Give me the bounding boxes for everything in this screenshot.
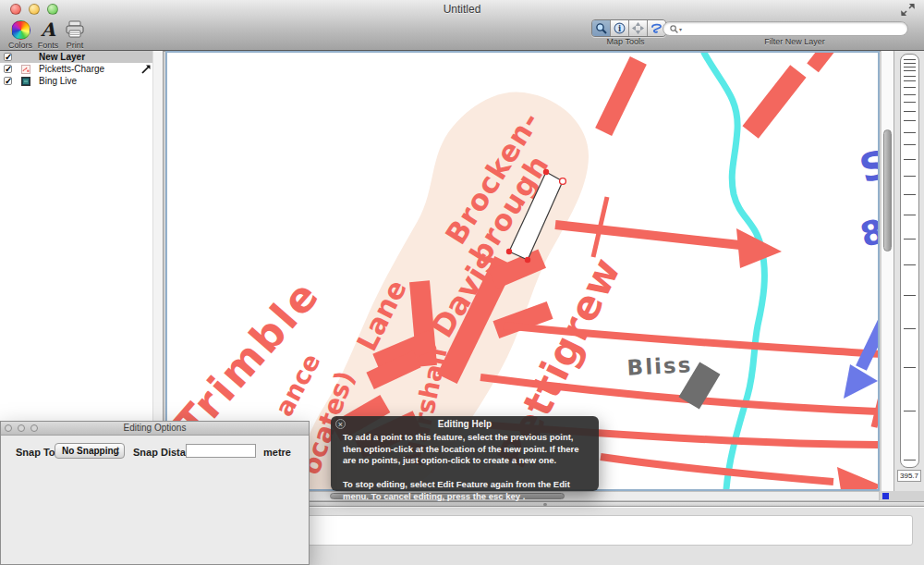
layer-label: Bing Live	[39, 76, 77, 86]
editing-options-titlebar[interactable]: Editing Options	[1, 422, 309, 436]
selection-resize-handle[interactable]	[882, 493, 889, 499]
search-icon	[670, 25, 678, 33]
fonts-icon: A	[41, 20, 55, 39]
unit-label: metre	[263, 447, 291, 458]
union-arrow	[844, 318, 878, 399]
info-icon: i	[614, 22, 626, 34]
satellite-layer-thumbnail-icon	[21, 77, 30, 86]
layer-label: Picketts-Charge	[39, 64, 104, 74]
color-wheel-icon	[11, 20, 30, 40]
print-label: Print	[61, 41, 89, 50]
colors-label: Colors	[4, 41, 37, 50]
advance-arrowhead-corner	[837, 467, 878, 489]
map-vertical-scrollbar[interactable]	[881, 51, 894, 491]
sidebar-item-picketts-charge[interactable]: ✓ Picketts-Charge	[0, 63, 163, 75]
filter-search-field[interactable]: ▾	[663, 21, 908, 36]
layer-checkbox[interactable]: ✓	[4, 77, 12, 85]
help-body-text: To add a point to this feature, select t…	[343, 432, 590, 502]
filter-field-label: Filter New Layer	[702, 37, 887, 46]
fonts-button[interactable]: A Fonts	[35, 19, 61, 50]
window-title: Untitled	[0, 3, 924, 16]
printer-icon	[65, 20, 85, 39]
search-input[interactable]	[682, 22, 907, 35]
splitter-grip-icon	[543, 503, 547, 506]
sidebar-item-new-layer[interactable]: ✓ New Layer	[0, 51, 163, 63]
zoom-tool-button[interactable]	[592, 20, 611, 36]
snap-to-value: No Snapping	[62, 446, 119, 456]
title-toolbar: Untitled Colors A Fonts Print	[0, 0, 924, 51]
pan-tool-button[interactable]	[629, 20, 648, 36]
external-link-arrow-icon[interactable]	[140, 64, 152, 75]
snap-distance-input[interactable]	[186, 444, 256, 458]
map-label-blue-s: S	[855, 141, 878, 191]
layer-label: New Layer	[39, 52, 85, 62]
move-arrows-icon	[632, 22, 644, 34]
selected-vertex	[560, 178, 566, 185]
colors-button[interactable]: Colors	[4, 19, 37, 50]
expand-icon[interactable]	[901, 4, 915, 16]
map-tools-segmented-control: i	[591, 19, 666, 37]
help-title: Editing Help	[331, 419, 599, 429]
lasso-icon	[650, 22, 663, 34]
snap-to-popup[interactable]: No Snapping ▲▼	[55, 443, 125, 459]
editing-help-panel: × Editing Help To add a point to this fe…	[331, 416, 599, 491]
magnifier-icon	[595, 22, 607, 34]
popup-stepper-icon: ▲▼	[116, 445, 120, 456]
zoom-scale-panel: 395.7	[894, 51, 924, 491]
snap-to-label: Snap To:	[16, 447, 58, 458]
layer-checkbox[interactable]: ✓	[4, 53, 12, 61]
editing-options-window: Editing Options Snap To: No Snapping ▲▼ …	[0, 421, 310, 565]
scale-value-box: 395.7	[897, 470, 921, 482]
map-tools-label: Map Tools	[565, 37, 686, 46]
map-label-bliss: Bliss	[626, 352, 693, 380]
sidebar-item-bing-live[interactable]: ✓ Bing Live	[0, 75, 163, 87]
options-window-title: Editing Options	[1, 423, 309, 433]
info-tool-button[interactable]: i	[611, 20, 629, 36]
map-label-blue-8: 8	[857, 212, 878, 254]
fonts-label: Fonts	[35, 41, 61, 50]
map-layer-thumbnail-icon	[21, 65, 30, 74]
zoom-ruler-ticks[interactable]	[900, 54, 919, 468]
layer-checkbox[interactable]: ✓	[4, 65, 12, 73]
print-button[interactable]: Print	[61, 19, 89, 50]
vertical-scroll-thumb[interactable]	[883, 129, 892, 252]
